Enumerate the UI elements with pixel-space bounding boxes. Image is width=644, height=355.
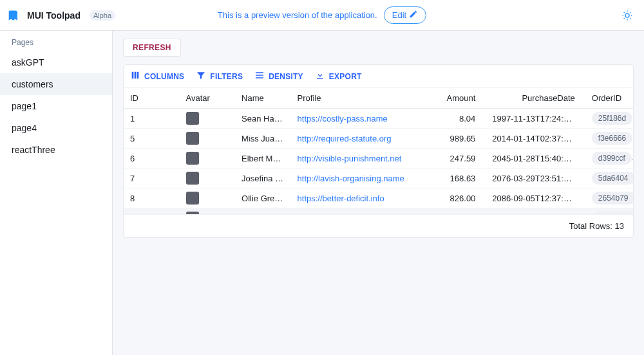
density-button[interactable]: DENSITY [254,70,303,82]
cell-profile: https://costly-pass.name [291,109,415,129]
table-row[interactable]: 7 Josefina P… http://lavish-organising.n… [124,168,633,188]
cell-amount: 684.70 [414,208,486,215]
table-row[interactable]: 9 Gayle Den… http://athletic-zucchini.or… [124,208,633,215]
cell-amount: 168.63 [414,168,486,188]
cell-orderid: 9dc5ebd [585,208,633,215]
orderid-chip[interactable]: 5da6404 [592,172,633,185]
profile-link[interactable]: http://lavish-organising.name [298,174,404,183]
orderid-chip[interactable]: f3e6666 [592,132,632,145]
sidebar-item-label: askGPT [12,57,44,68]
cell-amount: 247.59 [414,149,486,168]
preview-banner-text: This is a preview version of the applica… [218,10,377,20]
cell-amount: 826.00 [414,188,486,208]
alpha-badge: Alpha [90,10,115,21]
col-header-avatar[interactable]: Avatar [180,88,236,109]
profile-link[interactable]: https://better-deficit.info [298,194,384,203]
cell-orderid: d399ccf [585,149,633,168]
sidebar-item-customers[interactable]: customers [0,73,112,95]
sidebar: Pages askGPT customers page1 page4 react… [0,31,113,355]
columns-icon [130,70,140,82]
density-icon [254,70,265,82]
cell-purchasedate: 2088-05-04T02:31:03.294Z [486,208,585,215]
sidebar-item-reactthree[interactable]: reactThree [0,139,112,161]
col-header-orderid[interactable]: OrderID [585,88,633,109]
sidebar-section-label: Pages [0,33,112,51]
cell-orderid: 2654b79 [585,188,633,208]
total-rows-label: Total Rows: [569,221,612,231]
col-header-amount[interactable]: Amount [414,88,486,109]
sidebar-item-page4[interactable]: page4 [0,117,112,139]
refresh-button-label: REFRESH [133,43,171,52]
orderid-chip[interactable]: 25f186d [592,112,632,125]
cell-name: Elbert McL… [235,149,291,168]
orderid-chip[interactable]: 9dc5ebd [592,212,633,214]
export-button[interactable]: EXPORT [315,70,362,82]
export-label: EXPORT [329,72,362,81]
cell-avatar [180,109,236,129]
cell-name: Ollie Green… [235,188,291,208]
cell-profile: http://athletic-zucchini.org [291,208,415,215]
data-grid: COLUMNS FILTERS DENSITY EXPORT [123,64,634,238]
cell-purchasedate: 1997-11-13T17:24:11.769Z [486,109,585,129]
orderid-chip[interactable]: d399ccf [592,152,632,165]
profile-link[interactable]: http://required-statute.org [298,134,392,143]
columns-label: COLUMNS [144,72,184,81]
avatar-icon [186,112,199,125]
cell-profile: http://lavish-organising.name [291,168,415,188]
orderid-chip[interactable]: 2654b79 [592,192,633,205]
cell-profile: https://better-deficit.info [291,188,415,208]
cell-name: Sean Harris [235,109,291,129]
cell-id: 8 [124,188,180,208]
sidebar-item-label: reactThree [12,145,55,155]
profile-link[interactable]: http://visible-punishment.net [298,154,402,163]
cell-id: 9 [124,208,180,215]
col-header-purchasedate[interactable]: PurchaseDate [486,88,585,109]
cell-id: 6 [124,149,180,168]
cell-orderid: f3e6666 [585,129,633,149]
book-icon [8,9,21,22]
grid-header: ID Avatar Name Profile Amount PurchaseDa… [124,88,633,109]
avatar-icon [186,172,199,185]
grid-toolbar: COLUMNS FILTERS DENSITY EXPORT [124,65,633,88]
grid-scroll-area[interactable]: ID Avatar Name Profile Amount PurchaseDa… [124,88,633,214]
cell-name: Josefina P… [235,168,291,188]
theme-toggle-button[interactable] [618,6,636,24]
sidebar-item-label: page4 [12,123,37,133]
table-row[interactable]: 8 Ollie Green… https://better-deficit.in… [124,188,633,208]
cell-avatar [180,129,236,149]
cell-id: 5 [124,129,180,149]
grid-footer: Total Rows: 13 [124,214,633,237]
cell-name: Gayle Den… [235,208,291,215]
sidebar-item-page1[interactable]: page1 [0,95,112,117]
cell-avatar [180,208,236,215]
edit-button[interactable]: Edit [384,6,426,24]
edit-button-label: Edit [392,10,406,20]
app-title: MUI Toolpad [27,10,80,21]
cell-orderid: 5da6404 [585,168,633,188]
filters-button[interactable]: FILTERS [196,70,243,82]
profile-link[interactable]: http://athletic-zucchini.org [298,214,392,215]
download-icon [315,70,325,82]
col-header-profile[interactable]: Profile [291,88,415,109]
refresh-button[interactable]: REFRESH [123,39,181,57]
avatar-icon [186,192,199,205]
cell-avatar [180,188,236,208]
table-row[interactable]: 1 Sean Harris https://costly-pass.name 8… [124,109,633,129]
profile-link[interactable]: https://costly-pass.name [298,114,388,123]
svg-point-0 [625,14,629,17]
main-content: REFRESH COLUMNS FILTERS DENSITY EX [113,31,644,355]
sidebar-item-askgpt[interactable]: askGPT [0,51,112,73]
columns-button[interactable]: COLUMNS [130,70,184,82]
table-row[interactable]: 6 Elbert McL… http://visible-punishment.… [124,149,633,168]
table-row[interactable]: 5 Miss Juan … http://required-statute.or… [124,129,633,149]
cell-orderid: 25f186d [585,109,633,129]
cell-profile: http://required-statute.org [291,129,415,149]
cell-purchasedate: 2014-01-14T02:37:28.536Z [486,129,585,149]
avatar-icon [186,152,199,165]
cell-profile: http://visible-punishment.net [291,149,415,168]
col-header-name[interactable]: Name [235,88,291,109]
col-header-id[interactable]: ID [124,88,180,109]
cell-id: 7 [124,168,180,188]
topbar-center: This is a preview version of the applica… [218,6,426,24]
top-bar: MUI Toolpad Alpha This is a preview vers… [0,0,644,31]
